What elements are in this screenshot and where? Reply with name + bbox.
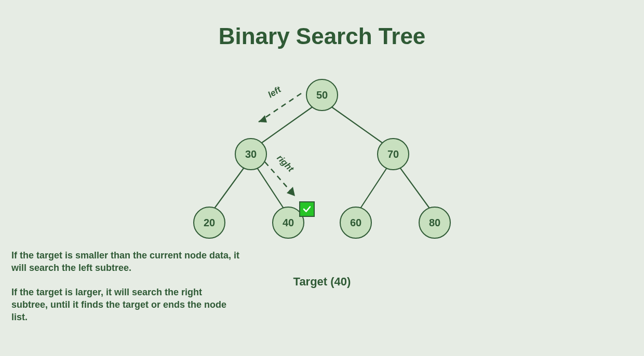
node-70: 70	[377, 138, 409, 170]
bst-diagram: left right 50 30 70 20 40 60 80	[171, 73, 473, 259]
node-30: 30	[235, 138, 267, 170]
found-marker	[299, 201, 315, 217]
explain-paragraph-2: If the target is larger, it will search …	[11, 286, 240, 324]
node-80: 80	[419, 207, 451, 239]
arrow-right-head	[287, 187, 295, 196]
explanation-text: If the target is smaller than the curren…	[11, 249, 240, 335]
node-50: 50	[306, 79, 338, 111]
page-title: Binary Search Tree	[0, 23, 644, 49]
check-icon	[302, 204, 312, 214]
node-20: 20	[193, 207, 225, 239]
arrow-left-head	[259, 115, 267, 122]
explain-paragraph-1: If the target is smaller than the curren…	[11, 249, 240, 275]
node-60: 60	[340, 207, 372, 239]
